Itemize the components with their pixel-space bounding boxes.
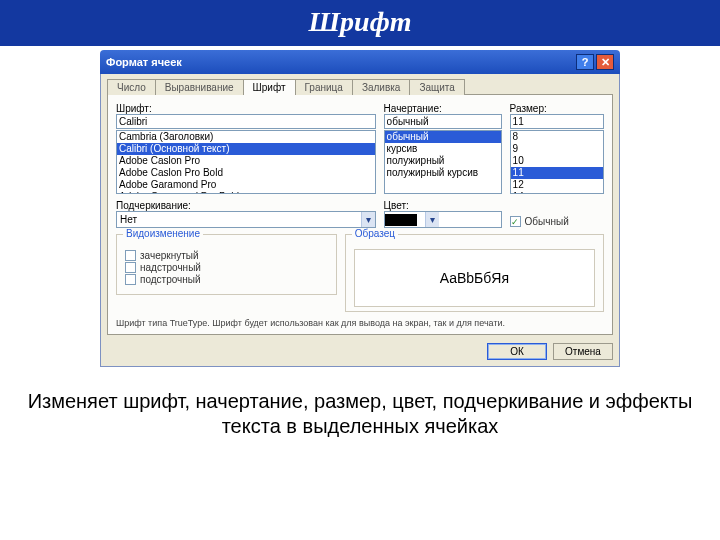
strike-checkbox[interactable]: зачеркнутый xyxy=(125,250,328,261)
tab-protection[interactable]: Защита xyxy=(409,79,464,95)
tab-alignment[interactable]: Выравнивание xyxy=(155,79,244,95)
tab-border[interactable]: Граница xyxy=(295,79,353,95)
preview-group: Образец AaBbБбЯя xyxy=(345,234,604,312)
font-input[interactable] xyxy=(116,114,376,129)
preview-group-title: Образец xyxy=(352,228,398,239)
list-item[interactable]: Calibri (Основной текст) xyxy=(117,143,375,155)
tab-fill[interactable]: Заливка xyxy=(352,79,411,95)
size-input[interactable] xyxy=(510,114,604,129)
list-item[interactable]: курсив xyxy=(385,143,501,155)
chevron-down-icon[interactable]: ▾ xyxy=(425,212,439,227)
normalfont-checkbox[interactable]: ✓ Обычный xyxy=(510,216,569,227)
tab-font[interactable]: Шрифт xyxy=(243,79,296,95)
list-item[interactable]: 14 xyxy=(511,191,603,194)
close-button[interactable]: ✕ xyxy=(596,54,614,70)
preview-text: AaBbБбЯя xyxy=(440,270,509,286)
superscript-checkbox[interactable]: надстрочный xyxy=(125,262,328,273)
list-item[interactable]: полужирный xyxy=(385,155,501,167)
tab-number[interactable]: Число xyxy=(107,79,156,95)
chevron-down-icon[interactable]: ▾ xyxy=(361,212,375,227)
help-button[interactable]: ? xyxy=(576,54,594,70)
list-item[interactable]: Adobe Caslon Pro Bold xyxy=(117,167,375,179)
checkbox-icon xyxy=(125,262,136,273)
font-label: Шрифт: xyxy=(116,103,376,114)
list-item[interactable]: Adobe Garamond Pro Bold xyxy=(117,191,375,194)
style-input[interactable] xyxy=(384,114,502,129)
normalfont-label: Обычный xyxy=(525,216,569,227)
style-label: Начертание: xyxy=(384,103,502,114)
hint-text: Шрифт типа TrueType. Шрифт будет использ… xyxy=(116,318,604,328)
underline-combo[interactable]: Нет ▾ xyxy=(116,211,376,228)
tab-strip: Число Выравнивание Шрифт Граница Заливка… xyxy=(107,79,613,95)
cancel-button[interactable]: Отмена xyxy=(553,343,613,360)
style-listbox[interactable]: обычный курсив полужирный полужирный кур… xyxy=(384,130,502,194)
tab-panel-font: Шрифт: Cambria (Заголовки) Calibri (Осно… xyxy=(107,94,613,335)
list-item[interactable]: 8 xyxy=(511,131,603,143)
list-item[interactable]: 10 xyxy=(511,155,603,167)
list-item[interactable]: Adobe Caslon Pro xyxy=(117,155,375,167)
effects-group: Видоизменение зачеркнутый надстрочный по… xyxy=(116,234,337,295)
ok-button[interactable]: ОК xyxy=(487,343,547,360)
color-swatch xyxy=(385,214,417,226)
preview-box: AaBbБбЯя xyxy=(354,249,595,307)
size-listbox[interactable]: 8 9 10 11 12 14 xyxy=(510,130,604,194)
checkbox-icon xyxy=(125,250,136,261)
list-item[interactable]: Adobe Garamond Pro xyxy=(117,179,375,191)
list-item[interactable]: 11 xyxy=(511,167,603,179)
subscript-checkbox[interactable]: подстрочный xyxy=(125,274,328,285)
color-label: Цвет: xyxy=(384,200,502,211)
checkbox-icon xyxy=(125,274,136,285)
list-item[interactable]: полужирный курсив xyxy=(385,167,501,179)
list-item[interactable]: 12 xyxy=(511,179,603,191)
color-combo[interactable]: ▾ xyxy=(384,211,502,228)
button-bar: ОК Отмена xyxy=(107,343,613,360)
size-label: Размер: xyxy=(510,103,604,114)
dialog-body: Число Выравнивание Шрифт Граница Заливка… xyxy=(100,74,620,367)
slide-title: Шрифт xyxy=(0,0,720,46)
underline-label: Подчеркивание: xyxy=(116,200,376,211)
effects-group-title: Видоизменение xyxy=(123,228,203,239)
list-item[interactable]: обычный xyxy=(385,131,501,143)
font-listbox[interactable]: Cambria (Заголовки) Calibri (Основной те… xyxy=(116,130,376,194)
list-item[interactable]: 9 xyxy=(511,143,603,155)
titlebar: Формат ячеек ? ✕ xyxy=(100,50,620,74)
list-item[interactable]: Cambria (Заголовки) xyxy=(117,131,375,143)
checkbox-icon: ✓ xyxy=(510,216,521,227)
dialog-title: Формат ячеек xyxy=(106,56,574,68)
dialog: Формат ячеек ? ✕ Число Выравнивание Шриф… xyxy=(100,50,620,367)
underline-value: Нет xyxy=(117,214,361,225)
slide-caption: Изменяет шрифт, начертание, размер, цвет… xyxy=(24,389,696,439)
